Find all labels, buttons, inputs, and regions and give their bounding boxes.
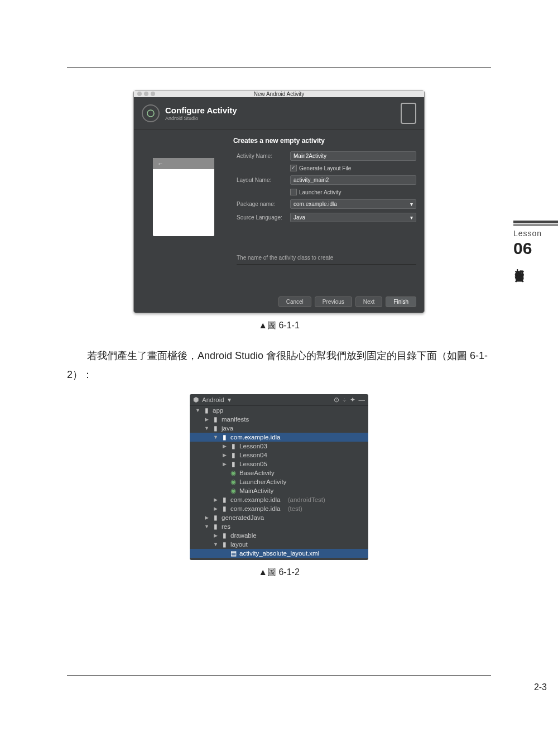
layout-name-label: Layout Name: [237, 177, 287, 183]
package-value: com.example.idla [294, 201, 337, 207]
package-icon: ▮ [221, 505, 228, 513]
window-titlebar: New Android Activity [134, 90, 424, 97]
class-icon: ◉ [230, 487, 237, 495]
target-icon[interactable]: ⊙ [334, 396, 339, 404]
folder-icon: ▮ [221, 540, 228, 548]
tree-node-lesson05[interactable]: ▶▮Lesson05 [190, 460, 368, 468]
tree-node-lesson03[interactable]: ▶▮Lesson03 [190, 442, 368, 451]
package-icon: ▮ [221, 496, 228, 504]
page-bottom-rule [67, 675, 491, 676]
tree-node-package-test[interactable]: ▶▮com.example.idla (test) [190, 504, 368, 513]
tree-node-java[interactable]: ▼▮java [190, 424, 368, 433]
tree-node-package-androidtest[interactable]: ▶▮com.example.idla (androidTest) [190, 495, 368, 504]
source-language-label: Source Language: [237, 214, 287, 221]
folder-icon: ▮ [221, 532, 228, 539]
activity-name-label: Activity Name: [237, 153, 287, 159]
package-name-select[interactable]: com.example.idla ▾ [290, 199, 416, 209]
tree-node-baseactivity[interactable]: ◉BaseActivity [190, 468, 368, 477]
dialog-subtitle: Android Studio [165, 116, 198, 121]
tree-node-generatedjava[interactable]: ▶▮generatedJava [190, 513, 368, 522]
dialog-title: Configure Activity [165, 106, 237, 115]
android-logo-icon [142, 104, 160, 122]
minimize-icon[interactable]: — [359, 396, 365, 403]
lesson-label: Lesson [513, 229, 558, 238]
folder-icon: ▮ [212, 424, 219, 432]
phone-icon [401, 103, 416, 124]
finish-button[interactable]: Finish [386, 296, 416, 307]
android-view-icon: ⬢ [193, 396, 199, 404]
field-hint: The name of the activity class to create [237, 255, 416, 265]
figure-caption-1: ▲圖 6-1-1 [67, 320, 491, 332]
folder-icon: ▮ [212, 514, 219, 521]
lesson-sidebar: Lesson 06 如何製作畫面 [513, 221, 558, 268]
lesson-title-vertical: 如何製作畫面 [513, 261, 525, 268]
chevron-down-icon: ▾ [410, 201, 413, 207]
xml-icon: ▤ [230, 549, 237, 557]
source-language-select[interactable]: Java ▾ [290, 213, 416, 222]
configure-activity-dialog: New Android Activity Configure Activity … [133, 90, 425, 313]
tree-node-res[interactable]: ▼▮res [190, 522, 368, 531]
cancel-button[interactable]: Cancel [278, 296, 311, 307]
folder-icon: ▮ [212, 415, 219, 423]
tree-node-layout[interactable]: ▼▮layout [190, 540, 368, 549]
tree-node-mainactivity[interactable]: ◉MainActivity [190, 486, 368, 495]
package-icon: ▮ [230, 460, 237, 468]
figure-caption-2: ▲圖 6-1-2 [67, 567, 491, 578]
launcher-activity-label: Launcher Activity [299, 189, 341, 195]
page-top-rule [67, 67, 491, 68]
language-value: Java [294, 214, 305, 221]
page-number: 2-3 [534, 682, 547, 692]
package-icon: ▮ [221, 433, 228, 441]
folder-icon: ▮ [212, 523, 219, 530]
tree-node-app[interactable]: ▼▮app [190, 406, 368, 415]
tree-node-manifests[interactable]: ▶▮manifests [190, 415, 368, 424]
window-title: New Android Activity [134, 91, 424, 97]
tree-node-lesson04[interactable]: ▶▮Lesson04 [190, 451, 368, 460]
layout-name-input[interactable]: activity_main2 [290, 175, 416, 185]
class-icon: ◉ [230, 478, 237, 486]
next-button[interactable]: Next [355, 296, 383, 307]
project-tree: ⬢ Android ▾ ⊙ ÷ ✦ — ▼▮app ▶▮manifests ▼▮… [190, 394, 368, 560]
tree-node-layout-xml[interactable]: ▤activity_absolute_layout.xml [190, 549, 368, 558]
previous-button[interactable]: Previous [315, 296, 352, 307]
checkbox-icon [290, 189, 297, 195]
class-icon: ◉ [230, 469, 237, 477]
preview-back-arrow: ← [153, 158, 214, 169]
tree-node-drawable[interactable]: ▶▮drawable [190, 531, 368, 540]
svg-point-0 [147, 110, 154, 117]
package-icon: ▮ [230, 442, 237, 450]
chevron-down-icon: ▾ [228, 396, 231, 404]
section-heading: Creates a new empty activity [142, 137, 416, 145]
divide-icon[interactable]: ÷ [343, 396, 346, 403]
checkbox-icon [290, 165, 297, 171]
project-view-label[interactable]: Android [202, 396, 224, 403]
activity-preview: ← [153, 158, 214, 236]
package-icon: ▮ [230, 451, 237, 459]
activity-name-input[interactable]: Main2Activity [290, 151, 416, 161]
generate-layout-checkbox[interactable]: Generate Layout File [290, 165, 416, 171]
lesson-number: 06 [513, 239, 558, 258]
body-paragraph: 若我們產生了畫面檔後，Android Studio 會很貼心的幫我們放到固定的目… [67, 346, 491, 384]
launcher-activity-checkbox[interactable]: Launcher Activity [290, 189, 416, 195]
tree-node-package[interactable]: ▼▮com.example.idla [190, 433, 368, 442]
package-name-label: Package name: [237, 201, 287, 207]
chevron-down-icon: ▾ [410, 214, 413, 221]
generate-layout-label: Generate Layout File [299, 165, 351, 171]
module-icon: ▮ [203, 406, 210, 414]
tree-node-launcheractivity[interactable]: ◉LauncherActivity [190, 477, 368, 486]
gear-icon[interactable]: ✦ [350, 396, 355, 404]
